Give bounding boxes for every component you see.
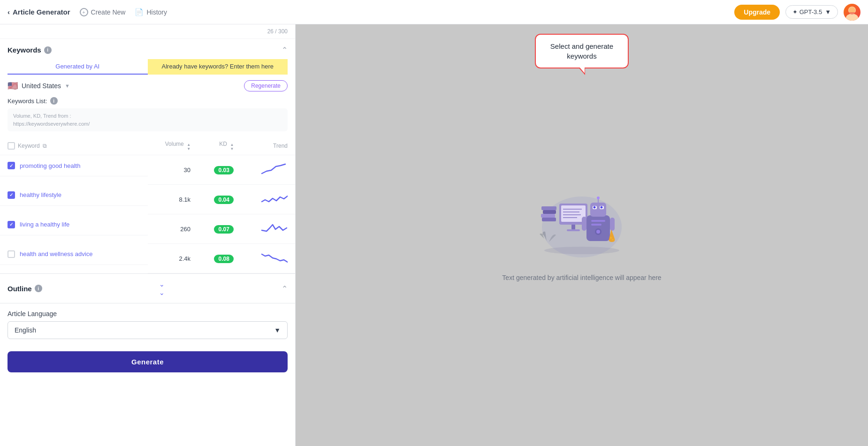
history-icon: 📄 bbox=[135, 8, 144, 16]
keyword-kd-2: 0.07 bbox=[198, 214, 241, 244]
avatar[interactable] bbox=[844, 4, 860, 21]
svg-rect-30 bbox=[610, 227, 614, 230]
tooltip-line2: keywords bbox=[547, 51, 617, 61]
gpt-selector[interactable]: ✦ GPT-3.5 ▼ bbox=[785, 5, 838, 19]
chevron-down-icon-2: ⌄ bbox=[159, 289, 165, 296]
svg-rect-17 bbox=[590, 203, 606, 217]
left-panel: 26 / 300 Keywords i ⌃ Generated by AI Al… bbox=[0, 24, 296, 446]
tooltip-line1: Select and generate bbox=[547, 41, 617, 51]
outline-info-icon[interactable]: i bbox=[35, 285, 42, 292]
right-panel: Select and generate keywords bbox=[296, 24, 868, 446]
outline-collapse-button[interactable]: ⌃ bbox=[282, 284, 288, 293]
svg-rect-28 bbox=[582, 217, 586, 231]
keyword-name-2: living a healthy life bbox=[20, 221, 69, 228]
svg-point-32 bbox=[612, 239, 614, 240]
back-icon: ‹ bbox=[8, 8, 10, 16]
robot-area: Text generated by artificial intelligenc… bbox=[502, 189, 661, 281]
plus-icon: + bbox=[80, 8, 88, 16]
svg-rect-7 bbox=[541, 206, 556, 210]
keyword-name-1: healthy lifestyle bbox=[20, 191, 61, 198]
svg-rect-25 bbox=[591, 224, 602, 226]
outline-section: Outline i ⌄ ⌄ ⌃ bbox=[0, 274, 295, 303]
col-keyword-header: Keyword bbox=[18, 143, 40, 149]
keyword-trend-2 bbox=[241, 214, 295, 244]
keywords-collapse-button[interactable]: ⌃ bbox=[282, 45, 288, 54]
outline-expand-button[interactable]: ⌄ ⌄ bbox=[159, 280, 165, 296]
keyword-checkbox-0[interactable] bbox=[8, 162, 15, 169]
select-all-checkbox[interactable] bbox=[8, 142, 15, 150]
keyword-checkbox-2[interactable] bbox=[8, 221, 15, 228]
keywords-header: Keywords i ⌃ bbox=[0, 39, 295, 59]
svg-rect-14 bbox=[571, 225, 575, 229]
svg-point-21 bbox=[601, 206, 603, 208]
flag-icon: 🇺🇸 bbox=[8, 81, 18, 91]
keywords-table: Keyword ⧉ Volume ▲▼ KD ▲▼ bbox=[0, 137, 295, 273]
keyword-trend-3 bbox=[241, 244, 295, 273]
col-volume-header: Volume bbox=[165, 141, 184, 147]
keyword-checkbox-1[interactable] bbox=[8, 191, 15, 199]
chevron-down-icon: ▼ bbox=[274, 326, 281, 334]
svg-rect-24 bbox=[591, 220, 605, 222]
keyword-volume-0: 30 bbox=[148, 155, 198, 185]
keyword-checkbox-3[interactable] bbox=[8, 250, 15, 258]
keywords-title: Keywords i bbox=[8, 46, 52, 54]
tab-generated-by-ai[interactable]: Generated by AI bbox=[8, 59, 148, 75]
keywords-list-label: Keywords List: i bbox=[0, 95, 295, 108]
outline-title: Outline i bbox=[8, 285, 42, 293]
keyword-kd-3: 0.08 bbox=[198, 244, 241, 273]
back-button[interactable]: ‹ Article Generator bbox=[8, 8, 70, 16]
generate-button[interactable]: Generate bbox=[8, 351, 288, 372]
col-trend-header: Trend bbox=[273, 143, 288, 149]
counter-bar: 26 / 300 bbox=[0, 24, 295, 39]
chevron-down-icon: ⌄ bbox=[159, 280, 165, 288]
header-right: Upgrade ✦ GPT-3.5 ▼ bbox=[734, 4, 860, 21]
svg-point-23 bbox=[597, 197, 600, 199]
language-label: Article Language bbox=[8, 310, 288, 317]
table-row: living a healthy life2600.07 bbox=[0, 214, 295, 244]
create-new-button[interactable]: + Create New bbox=[80, 8, 126, 16]
language-value: English bbox=[15, 326, 36, 334]
header: ‹ Article Generator + Create New 📄 Histo… bbox=[0, 0, 868, 24]
main-content: 26 / 300 Keywords i ⌃ Generated by AI Al… bbox=[0, 24, 868, 446]
copy-icon[interactable]: ⧉ bbox=[43, 143, 47, 149]
kd-sort-icon[interactable]: ▲▼ bbox=[230, 143, 234, 151]
keyword-trend-0 bbox=[241, 155, 295, 185]
chevron-down-icon: ▼ bbox=[65, 83, 70, 89]
tab-manual-keywords[interactable]: Already have keywords? Enter them here bbox=[148, 59, 288, 75]
svg-rect-5 bbox=[541, 214, 555, 218]
history-button[interactable]: 📄 History bbox=[135, 8, 167, 16]
svg-rect-6 bbox=[543, 210, 556, 214]
language-selector[interactable]: English ▼ bbox=[8, 321, 288, 339]
keywords-list-info-icon[interactable]: i bbox=[50, 97, 58, 105]
col-kd-header: KD bbox=[219, 141, 227, 147]
chevron-down-icon: ▼ bbox=[825, 8, 831, 15]
country-selector[interactable]: 🇺🇸 United States ▼ bbox=[8, 81, 70, 91]
keyword-name-3: health and wellness advice bbox=[20, 250, 92, 257]
app-title: Article Generator bbox=[13, 8, 70, 16]
keywords-section: Keywords i ⌃ Generated by AI Already hav… bbox=[0, 39, 295, 274]
counter-text: 26 / 300 bbox=[267, 28, 288, 35]
svg-point-31 bbox=[610, 237, 612, 239]
keyword-trend-1 bbox=[241, 185, 295, 214]
svg-point-33 bbox=[544, 247, 619, 254]
upgrade-button[interactable]: Upgrade bbox=[734, 5, 780, 20]
keyword-kd-1: 0.04 bbox=[198, 185, 241, 214]
robot-illustration bbox=[535, 189, 629, 265]
keyword-volume-1: 8.1k bbox=[148, 185, 198, 214]
svg-point-27 bbox=[596, 230, 600, 234]
tooltip-callout: Select and generate keywords bbox=[535, 34, 629, 68]
table-row: healthy lifestyle8.1k0.04 bbox=[0, 185, 295, 214]
svg-point-20 bbox=[594, 206, 596, 208]
keywords-tabs: Generated by AI Already have keywords? E… bbox=[8, 59, 288, 75]
header-left: ‹ Article Generator + Create New 📄 Histo… bbox=[8, 8, 725, 16]
keyword-name-0: promoting good health bbox=[20, 162, 80, 169]
volume-sort-icon[interactable]: ▲▼ bbox=[187, 143, 190, 151]
language-section: Article Language English ▼ bbox=[0, 303, 295, 346]
keywords-info-box: Volume, KD, Trend from : https://keyword… bbox=[8, 108, 288, 131]
keywords-info-icon[interactable]: i bbox=[44, 46, 52, 54]
country-name: United States bbox=[22, 82, 61, 90]
svg-rect-15 bbox=[567, 229, 580, 231]
svg-point-1 bbox=[846, 14, 858, 21]
regenerate-button[interactable]: Regenerate bbox=[244, 80, 288, 91]
keyword-kd-0: 0.03 bbox=[198, 155, 241, 185]
